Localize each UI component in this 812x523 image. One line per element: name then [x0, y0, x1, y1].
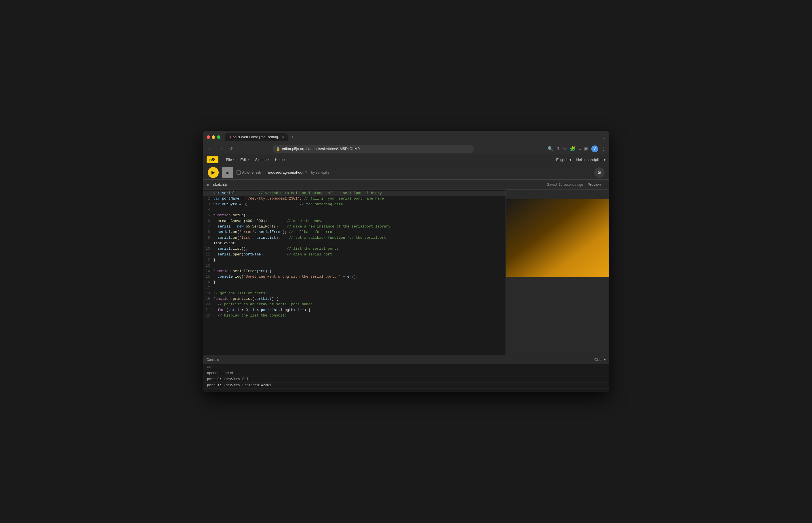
menu-sketch[interactable]: Sketch ▾ — [252, 156, 272, 163]
table-row: 10 serial.list(); // list the serial por… — [203, 246, 506, 252]
table-row: 8 serial.on('error', serialError); // ca… — [203, 230, 506, 235]
user-menu-arrow-icon: ▾ — [604, 158, 606, 162]
tab-title: p5.js Web Editor | mousedrag- — [233, 135, 279, 139]
console-output: ws. opened socket port 0: /dev/tty.BLTH … — [203, 364, 609, 392]
table-row: 15 console.log('Something went wrong wit… — [203, 274, 506, 279]
browser-tab-active[interactable]: ✻ p5.js Web Editor | mousedrag- ✕ — [225, 133, 288, 141]
filename-label: sketch.js — [213, 182, 228, 187]
maximize-button[interactable] — [217, 136, 221, 139]
browser-tabs: ✻ p5.js Web Editor | mousedrag- ✕ + — [225, 133, 600, 141]
list-item: port 1: /dev/tty.usbmodem142301 — [203, 382, 609, 389]
table-row: 9 serial.on('list', printList); // set a… — [203, 235, 506, 241]
preview-panel — [506, 190, 609, 355]
close-button[interactable] — [207, 136, 210, 139]
table-row: 19 function printList(portList) { — [203, 296, 506, 302]
table-row: 4 — [203, 208, 506, 213]
settings-button[interactable]: ⚙ — [594, 167, 605, 178]
browser-addressbar: ← → ↺ 🔒 editor.p5js.org/sandpills/sketch… — [203, 143, 609, 155]
language-selector[interactable]: English ▾ — [556, 158, 572, 162]
list-item: ws. — [203, 364, 609, 371]
user-avatar[interactable]: V — [591, 145, 598, 152]
stop-button[interactable]: ■ — [222, 167, 233, 178]
console-clear-label: Clear — [594, 358, 603, 362]
stop-icon: ■ — [226, 170, 228, 175]
editor-area: ▶ sketch.js Saved: 15 seconds ago Previe… — [203, 180, 609, 392]
table-row: 2 var portName = '/dev/tty.usbmodem14230… — [203, 196, 506, 202]
play-icon: ▶ — [211, 169, 215, 175]
list-item: opened socket — [203, 371, 609, 376]
menubar-right: English ▾ Hello, sandpills! ▾ — [556, 158, 606, 162]
traffic-lights — [207, 136, 221, 139]
table-row: list event — [203, 241, 506, 246]
user-greeting: Hello, sandpills! — [576, 158, 602, 162]
file-menu-arrow: ▾ — [233, 158, 234, 161]
minimize-button[interactable] — [212, 136, 215, 139]
auto-refresh-toggle[interactable]: Auto-refresh — [237, 170, 261, 175]
preview-label: Preview — [583, 182, 605, 187]
url-text: editor.p5js.org/sandpills/sketches/kM5Dk… — [282, 147, 360, 151]
new-tab-button[interactable]: + — [289, 134, 296, 140]
table-row: 1 var serial; // variable to hold an ins… — [203, 191, 506, 196]
sketch-menu-arrow: ▾ — [268, 158, 269, 161]
sidebar-icon[interactable]: ▣ — [584, 146, 588, 151]
save-status: Saved: 15 seconds ago — [547, 183, 583, 187]
table-row: 6 createCanvas(400, 300); // make the ca… — [203, 219, 506, 224]
menu-edit[interactable]: Edit ▾ — [238, 156, 252, 163]
table-row: 22 // Display the list the console: — [203, 313, 506, 319]
address-bar[interactable]: 🔒 editor.p5js.org/sandpills/sketches/kM5… — [272, 145, 474, 153]
menu-help[interactable]: Help ▾ — [272, 156, 288, 163]
browser-window: ✻ p5.js Web Editor | mousedrag- ✕ + ⌄ ← … — [203, 131, 609, 392]
settings-icon: ⚙ — [597, 169, 601, 175]
table-row: 12 } — [203, 257, 506, 263]
app-container: p5* File ▾ Edit ▾ Sketch ▾ Help ▾ Englis… — [203, 155, 609, 392]
refresh-button[interactable]: ↺ — [227, 145, 234, 152]
language-label: English — [556, 158, 569, 162]
table-row: 14 function serialError(err) { — [203, 269, 506, 274]
table-row: 21 for (var i = 0; i < portList.length; … — [203, 308, 506, 313]
list-item: port 0: /dev/tty.BLTH — [203, 376, 609, 382]
console-header: Console Clear ▾ — [203, 355, 609, 364]
back-button[interactable]: ← — [207, 146, 215, 152]
edit-menu-arrow: ▾ — [248, 158, 249, 161]
table-row: 11 serial.open(portName); // open a seri… — [203, 252, 506, 257]
table-row: 3 var outByte = 0; // for outgoing data — [203, 202, 506, 208]
code-editor[interactable]: 1 var serial; // variable to hold an ins… — [203, 190, 506, 355]
table-row: 18 // get the list of ports: — [203, 291, 506, 296]
user-menu[interactable]: Hello, sandpills! ▾ — [576, 158, 605, 162]
browser-menu-icon[interactable]: ⋮ — [601, 146, 606, 151]
code-content: 1 var serial; // variable to hold an ins… — [203, 190, 506, 355]
menu-file[interactable]: File ▾ — [223, 156, 238, 163]
browser-titlebar: ✻ p5.js Web Editor | mousedrag- ✕ + ⌄ — [203, 131, 609, 143]
browser-toolbar: 🔍 ⬆ ☆ 🧩 ≡ ▣ V ⋮ — [548, 145, 605, 152]
tab-close-icon[interactable]: ✕ — [282, 136, 284, 139]
table-row: 17 — [203, 285, 506, 291]
bookmark-icon[interactable]: ☆ — [563, 146, 567, 151]
console-clear-button[interactable]: Clear ▾ — [594, 358, 606, 362]
table-row: 7 serial = new p5.SerialPort(); // make … — [203, 224, 506, 230]
table-row: 5 function setup() { — [203, 213, 506, 218]
preview-canvas — [506, 199, 609, 277]
reading-list-icon[interactable]: ≡ — [578, 146, 581, 151]
console-clear-arrow-icon: ▾ — [604, 358, 606, 362]
table-row: 13 — [203, 263, 506, 269]
sketch-name-text: mousedrag-serial-out — [268, 170, 304, 175]
tab-favicon-icon: ✻ — [228, 136, 231, 139]
auto-refresh-checkbox[interactable] — [237, 170, 241, 175]
auto-refresh-label: Auto-refresh — [242, 170, 261, 175]
help-menu-arrow: ▾ — [284, 158, 285, 161]
tab-menu-icon[interactable]: ⌄ — [602, 134, 606, 140]
file-tree-toggle[interactable]: ▶ — [207, 182, 210, 187]
app-menubar: p5* File ▾ Edit ▾ Sketch ▾ Help ▾ Englis… — [203, 155, 609, 165]
console-area: Console Clear ▾ ws. opened socket port 0… — [203, 355, 609, 392]
share-icon[interactable]: ⬆ — [556, 146, 560, 151]
language-arrow-icon: ▾ — [569, 158, 571, 162]
forward-button[interactable]: → — [217, 146, 225, 152]
table-row: 16 } — [203, 279, 506, 285]
table-row: 20 // portList is an array of serial por… — [203, 302, 506, 307]
console-title: Console — [207, 358, 219, 362]
sketch-name-edit-icon[interactable]: ✎ — [305, 170, 307, 174]
play-button[interactable]: ▶ — [208, 167, 219, 178]
extensions-icon[interactable]: 🧩 — [570, 146, 575, 151]
search-icon[interactable]: 🔍 — [548, 146, 553, 151]
preview-header — [506, 190, 609, 199]
